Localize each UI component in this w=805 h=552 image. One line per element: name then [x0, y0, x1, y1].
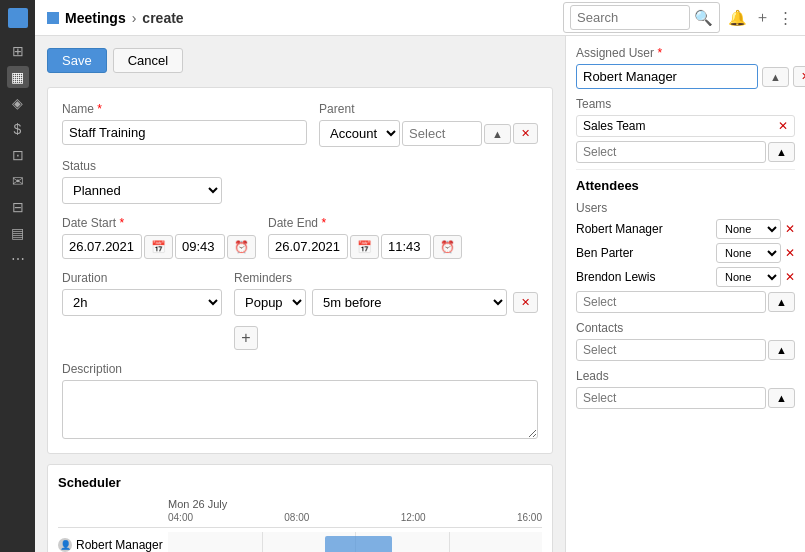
attendee-user-name-2: Brendon Lewis: [576, 270, 712, 284]
scheduler-title: Scheduler: [58, 475, 542, 490]
bell-icon[interactable]: 🔔: [728, 9, 747, 27]
date-end-input[interactable]: [268, 234, 348, 259]
sidebar-icon-chart[interactable]: ▦: [7, 66, 29, 88]
assigned-up-button[interactable]: ▲: [762, 67, 789, 87]
search-icon: 🔍: [694, 9, 713, 27]
scheduler-rows: 👤 Robert Manager 👤 Ben: [58, 532, 542, 552]
grid-line-2: [449, 532, 450, 552]
attendee-user-role-1[interactable]: None Required Optional: [716, 243, 781, 263]
description-label: Description: [62, 362, 538, 376]
date-end-label: Date End *: [268, 216, 462, 230]
users-select-input[interactable]: [576, 291, 766, 313]
status-label: Status: [62, 159, 222, 173]
attendee-user-remove-1[interactable]: ✕: [785, 246, 795, 260]
status-row: Status Planned Held Not Held: [62, 159, 538, 204]
time-label-3: 16:00: [517, 512, 542, 523]
cancel-button[interactable]: Cancel: [113, 48, 183, 73]
users-up-button[interactable]: ▲: [768, 292, 795, 312]
reminder-remove-button[interactable]: ✕: [513, 292, 538, 313]
parent-label: Parent: [319, 102, 538, 116]
time-start-picker[interactable]: ⏰: [227, 235, 256, 259]
action-buttons: Save Cancel: [47, 48, 553, 73]
team-name-0: Sales Team: [583, 119, 645, 133]
breadcrumb-section: Meetings: [65, 10, 126, 26]
search-input[interactable]: [570, 5, 690, 30]
contacts-up-button[interactable]: ▲: [768, 340, 795, 360]
date-start-label: Date Start *: [62, 216, 256, 230]
date-start-group: Date Start * 📅 ⏰: [62, 216, 256, 259]
scheduler-date-label: Mon 26 July: [168, 498, 542, 510]
assigned-clear-button[interactable]: ✕: [793, 66, 805, 87]
sidebar-icon-briefcase[interactable]: ⊡: [7, 144, 29, 166]
search-box[interactable]: 🔍: [563, 2, 720, 33]
assigned-user-input[interactable]: [576, 64, 758, 89]
status-select[interactable]: Planned Held Not Held: [62, 177, 222, 204]
attendee-user-name-1: Ben Parter: [576, 246, 712, 260]
breadcrumb-icon: [47, 12, 59, 24]
sidebar-icon-grid[interactable]: ⊞: [7, 40, 29, 62]
users-select-row: ▲: [576, 291, 795, 313]
reminder-type-select[interactable]: Popup Email: [234, 289, 306, 316]
team-remove-0[interactable]: ✕: [778, 119, 788, 133]
sidebar: ⊞ ▦ ◈ $ ⊡ ✉ ⊟ ▤ ⋯: [0, 0, 35, 552]
parent-select-input[interactable]: [402, 121, 482, 146]
duration-label: Duration: [62, 271, 222, 285]
parent-clear-button[interactable]: ✕: [513, 123, 538, 144]
time-labels: 04:00 08:00 12:00 16:00: [168, 512, 542, 523]
contacts-label: Contacts: [576, 321, 795, 335]
name-group: Name *: [62, 102, 307, 147]
date-start-input[interactable]: [62, 234, 142, 259]
contacts-select-row: ▲: [576, 339, 795, 361]
description-textarea[interactable]: [62, 380, 538, 439]
attendee-user-role-0[interactable]: None Required Optional: [716, 219, 781, 239]
users-label: Users: [576, 201, 795, 215]
contacts-select-input[interactable]: [576, 339, 766, 361]
attendee-user-remove-0[interactable]: ✕: [785, 222, 795, 236]
attendee-user-row-0: Robert Manager None Required Optional ✕: [576, 219, 795, 239]
duration-reminders-row: Duration 2h 30m 1h Reminders Popup Ema: [62, 271, 538, 350]
sidebar-icon-dollar[interactable]: $: [7, 118, 29, 140]
attendee-user-remove-2[interactable]: ✕: [785, 270, 795, 284]
time-start-input[interactable]: [175, 234, 225, 259]
sidebar-icon-dots[interactable]: ⋯: [7, 248, 29, 270]
right-panel: Assigned User * ▲ ✕ Teams Sales Team ✕ ▲…: [565, 36, 805, 552]
scheduler-header: Mon 26 July 04:00 08:00 12:00 16:00: [58, 498, 542, 528]
name-input[interactable]: [62, 120, 307, 145]
attendee-user-role-2[interactable]: None Required Optional: [716, 267, 781, 287]
content: Save Cancel Name * Parent Account: [35, 36, 805, 552]
date-end-group: Date End * 📅 ⏰: [268, 216, 462, 259]
sidebar-icon-envelope[interactable]: ✉: [7, 170, 29, 192]
plus-icon[interactable]: ＋: [755, 8, 770, 27]
leads-select-row: ▲: [576, 387, 795, 409]
dots-icon[interactable]: ⋮: [778, 9, 793, 27]
parent-type-select[interactable]: Account: [319, 120, 400, 147]
save-button[interactable]: Save: [47, 48, 107, 73]
leads-select-input[interactable]: [576, 387, 766, 409]
duration-select[interactable]: 2h 30m 1h: [62, 289, 222, 316]
scheduler-row-0: 👤 Robert Manager: [58, 532, 542, 552]
reminder-time-select[interactable]: 5m before 10m before 15m before 30m befo…: [312, 289, 507, 316]
teams-up-button[interactable]: ▲: [768, 142, 795, 162]
date-end-picker[interactable]: 📅: [350, 235, 379, 259]
time-end-input[interactable]: [381, 234, 431, 259]
time-label-1: 08:00: [284, 512, 309, 523]
date-start-picker[interactable]: 📅: [144, 235, 173, 259]
sidebar-icon-tag[interactable]: ◈: [7, 92, 29, 114]
parent-up-button[interactable]: ▲: [484, 124, 511, 144]
add-reminder-button[interactable]: +: [234, 326, 258, 350]
sidebar-icon-calendar[interactable]: ⊟: [7, 196, 29, 218]
parent-select-row: Account ▲ ✕: [319, 120, 538, 147]
sidebar-icon-bar-chart[interactable]: ▤: [7, 222, 29, 244]
dates-row: Date Start * 📅 ⏰ Date End * 📅: [62, 216, 538, 259]
teams-select-input[interactable]: [576, 141, 766, 163]
scheduler-bar-0: [168, 532, 542, 552]
form-card: Name * Parent Account ▲ ✕: [47, 87, 553, 454]
teams-label: Teams: [576, 97, 795, 111]
leads-up-button[interactable]: ▲: [768, 388, 795, 408]
date-start-input-group: 📅 ⏰: [62, 234, 256, 259]
team-tag-0: Sales Team ✕: [576, 115, 795, 137]
scheduler-timeline-header: Mon 26 July 04:00 08:00 12:00 16:00: [168, 498, 542, 523]
breadcrumb: Meetings › create: [47, 10, 184, 26]
scheduler-name-col-header: [58, 498, 168, 523]
time-end-picker[interactable]: ⏰: [433, 235, 462, 259]
